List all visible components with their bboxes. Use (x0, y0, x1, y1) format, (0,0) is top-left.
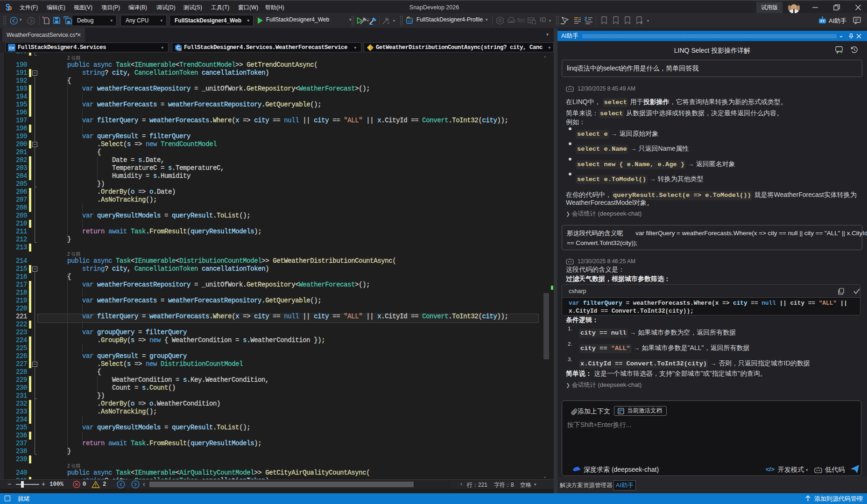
svg-text:2: 2 (585, 16, 587, 21)
svg-text:API: API (509, 20, 514, 23)
svg-text:*: * (42, 16, 44, 21)
svg-text:</>: </> (408, 19, 413, 23)
svg-text:C#: C# (9, 46, 14, 50)
